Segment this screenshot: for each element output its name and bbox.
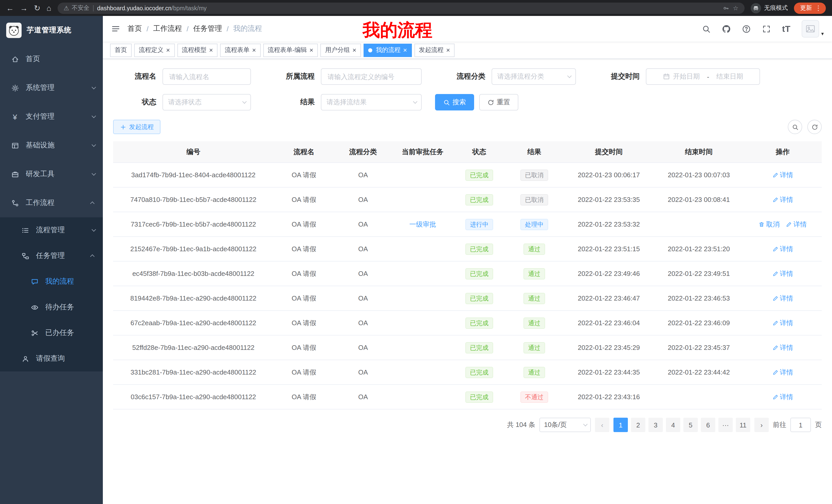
tab-close-icon[interactable]: × (166, 47, 170, 53)
page-11-button[interactable]: 11 (736, 418, 750, 432)
page-4-button[interactable]: 4 (666, 418, 680, 432)
tab-close-icon[interactable]: × (252, 47, 256, 53)
tab-my-process[interactable]: 我的流程× (364, 44, 412, 57)
breadcrumb-task-management[interactable]: 任务管理 (193, 24, 222, 33)
plus-icon (120, 123, 127, 130)
browser-reload-icon[interactable]: ↻ (34, 4, 41, 12)
site-security[interactable]: ⚠ 不安全 (63, 4, 89, 12)
submit-time-cell: 2022-01-23 00:06:17 (564, 171, 654, 179)
tab-close-icon[interactable]: × (353, 47, 356, 53)
browser-home-icon[interactable]: ⌂ (47, 4, 51, 12)
tab-process-form[interactable]: 流程表单× (220, 44, 260, 57)
search-button[interactable]: 搜索 (435, 94, 474, 110)
sidebar-item-dev-tools[interactable]: 研发工具 (0, 160, 103, 189)
fullscreen-icon[interactable] (762, 24, 771, 33)
page-1-button[interactable]: 1 (614, 418, 628, 432)
tab-process-definition[interactable]: 流程定义× (134, 44, 175, 57)
process-name-input[interactable] (162, 68, 251, 85)
result-cell: 通过 (505, 317, 564, 329)
detail-link[interactable]: 详情 (772, 368, 793, 377)
cancel-link[interactable]: 取消 (758, 220, 780, 229)
sidebar-item-payment-management[interactable]: ¥ 支付管理 (0, 102, 103, 131)
header-search-icon[interactable] (702, 24, 711, 33)
pencil-icon (772, 295, 778, 301)
browser-forward-icon[interactable]: → (20, 4, 28, 12)
detail-link[interactable]: 详情 (772, 318, 793, 328)
detail-link[interactable]: 详情 (772, 269, 793, 278)
current-task-link[interactable]: 一级审批 (409, 220, 436, 228)
tab-close-icon[interactable]: × (310, 47, 313, 53)
page-size-select[interactable]: 10条/页 (539, 418, 591, 432)
page-5-button[interactable]: 5 (683, 418, 698, 432)
result-select[interactable]: 请选择流结果 (321, 94, 422, 110)
page-2-button[interactable]: 2 (631, 418, 645, 432)
reset-button[interactable]: 重置 (479, 94, 518, 110)
table-row: 52ffd28e-7b9a-11ec-a290-acde48001122 OA … (113, 335, 822, 360)
pencil-icon (772, 369, 778, 375)
bookmark-star-icon[interactable]: ☆ (733, 5, 738, 11)
browser-back-icon[interactable]: ← (6, 4, 14, 12)
sidebar-item-todo-tasks[interactable]: 待办任务 (0, 295, 103, 320)
github-icon[interactable] (722, 24, 731, 33)
tab-close-icon[interactable]: × (403, 47, 407, 53)
page-6-button[interactable]: 6 (701, 418, 715, 432)
tab-user-group[interactable]: 用户分组× (321, 44, 361, 57)
toggle-search-button[interactable] (788, 120, 802, 134)
tab-process-form-edit[interactable]: 流程表单-编辑× (263, 44, 318, 57)
next-page-button[interactable]: › (754, 418, 769, 432)
status-cell: 已完成 (453, 268, 505, 279)
browser-update-button[interactable]: 更新 ⋮ (794, 2, 826, 13)
sidebar-item-system-management[interactable]: 系统管理 (0, 74, 103, 102)
result-tag: 通过 (523, 292, 545, 304)
password-key-icon[interactable] (723, 5, 729, 11)
incognito-label: 无痕模式 (764, 4, 788, 12)
column-header-result: 结果 (505, 147, 564, 157)
app-logo[interactable]: 芋道管理系统 (0, 16, 103, 45)
sidebar-item-my-process[interactable]: 我的流程 (0, 269, 103, 295)
browser-menu-icon[interactable]: ⋮ (815, 5, 822, 11)
avatar[interactable] (802, 20, 819, 37)
category-select[interactable]: 请选择流程分类 (492, 68, 576, 85)
detail-link[interactable]: 详情 (772, 195, 793, 204)
tab-start-process[interactable]: 发起流程× (414, 44, 454, 57)
font-size-icon[interactable]: tT (782, 24, 790, 33)
breadcrumb-home[interactable]: 首页 (128, 24, 142, 33)
sidebar-item-infrastructure[interactable]: 基础设施 (0, 131, 103, 160)
detail-link[interactable]: 详情 (772, 244, 793, 254)
breadcrumb-workflow[interactable]: 工作流程 (153, 24, 182, 33)
sidebar-item-workflow[interactable]: 工作流程 (0, 189, 103, 217)
tab-process-model[interactable]: 流程模型× (177, 44, 217, 57)
detail-link[interactable]: 详情 (772, 293, 793, 303)
refresh-table-button[interactable] (807, 120, 822, 134)
chevron-down-icon (242, 100, 246, 104)
sidebar-item-home[interactable]: 首页 (0, 45, 103, 74)
page-3-button[interactable]: 3 (648, 418, 663, 432)
detail-link[interactable]: 详情 (786, 220, 807, 229)
sidebar-item-done-tasks[interactable]: 已办任务 (0, 320, 103, 346)
done-icon (30, 329, 39, 337)
help-icon[interactable] (742, 24, 751, 33)
detail-link[interactable]: 详情 (772, 392, 793, 401)
prev-page-button[interactable]: ‹ (595, 418, 609, 432)
sidebar-item-leave-query[interactable]: 请假查询 (0, 346, 103, 371)
status-select[interactable]: 请选择状态 (162, 94, 251, 110)
create-process-button[interactable]: 发起流程 (113, 120, 160, 134)
goto-page-input[interactable] (790, 418, 811, 432)
pager-more-button[interactable]: ··· (718, 418, 733, 432)
process-name-cell: OA 请假 (274, 170, 334, 179)
detail-link[interactable]: 详情 (772, 170, 793, 179)
submit-time-range-picker[interactable]: 开始日期 - 结束日期 (646, 68, 760, 85)
user-menu[interactable]: ▾ (802, 20, 824, 37)
tab-close-icon[interactable]: × (446, 47, 450, 53)
actions-cell: 详情 (744, 195, 822, 204)
tab-close-icon[interactable]: × (209, 47, 213, 53)
detail-link[interactable]: 详情 (772, 343, 793, 352)
parent-process-input[interactable] (321, 68, 422, 85)
tab-home[interactable]: 首页 (110, 44, 132, 57)
actions-cell: 详情 (744, 392, 822, 401)
sidebar-item-task-management[interactable]: 任务管理 (0, 243, 103, 269)
sidebar-toggle-icon[interactable] (111, 24, 120, 33)
address-bar[interactable]: ⚠ 不安全 dashboard.yudao.iocoder.cn/bpm/tas… (57, 2, 745, 13)
process-id-cell: 331bc281-7b9a-11ec-a290-acde48001122 (113, 368, 274, 376)
sidebar-item-process-management[interactable]: 流程管理 (0, 217, 103, 243)
